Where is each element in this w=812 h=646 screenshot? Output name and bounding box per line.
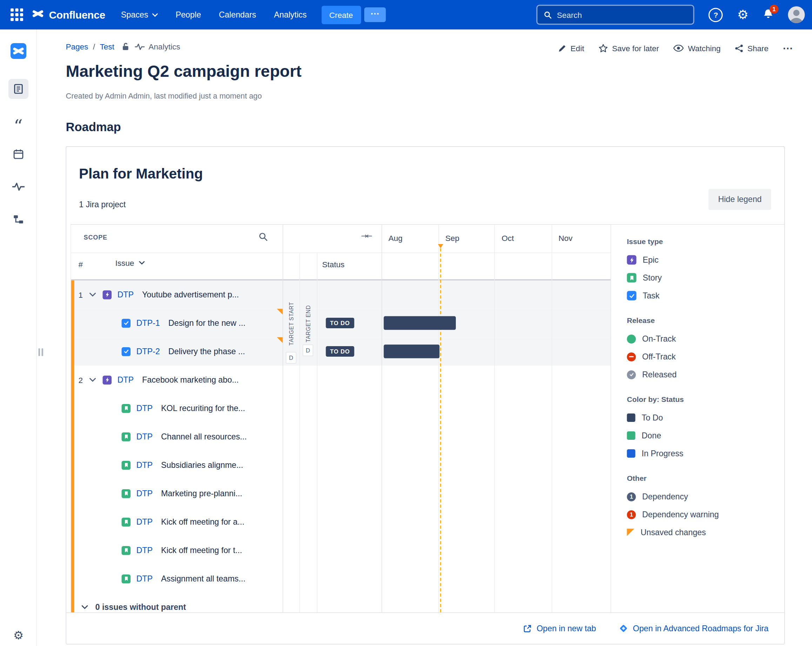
off-track-icon (627, 352, 636, 361)
issue-summary: KOL recuriting for the... (161, 404, 245, 413)
app-switcher-icon[interactable] (11, 8, 23, 21)
month-grid-line (552, 225, 553, 612)
save-for-later-button[interactable]: Save for later (598, 44, 659, 53)
search-input[interactable] (557, 10, 687, 19)
open-in-new-tab-link[interactable]: Open in new tab (524, 623, 596, 633)
table-row-story[interactable]: DTP Subsidiaries alignme... (71, 451, 611, 479)
edit-label: Edit (571, 44, 584, 53)
issue-key-link[interactable]: DTP (118, 375, 134, 385)
table-row-task-dtp2[interactable]: DTP-2 Delivery the phase ... TO DO (71, 337, 611, 366)
issue-header-label: Issue (116, 259, 134, 268)
legend-label: To Do (642, 413, 663, 423)
create-more-button[interactable]: ⋯ (364, 8, 386, 22)
hide-legend-button[interactable]: Hide legend (708, 189, 771, 210)
table-row-story[interactable]: DTP Channel all resources... (71, 423, 611, 451)
collapse-columns-icon[interactable]: →← (361, 232, 371, 240)
gantt-bar-dtp2[interactable] (384, 345, 440, 358)
breadcrumb-pages[interactable]: Pages (66, 42, 89, 51)
issues-without-parent-toggle[interactable]: 0 issues without parent (71, 593, 611, 612)
legend-label: Released (642, 370, 676, 379)
table-row-epic-2[interactable]: 2 DTP Facebook marketing abo... (71, 366, 611, 394)
open-in-advanced-roadmaps-link[interactable]: Open in Advanced Roadmaps for Jira (619, 623, 768, 633)
user-avatar[interactable] (788, 6, 805, 23)
jira-logo-icon (619, 624, 629, 633)
issue-key-link[interactable]: DTP (118, 290, 134, 300)
roadmap-embed-card: Plan for Marketing 1 Jira project Hide l… (66, 146, 785, 644)
target-start-abbrev[interactable]: D (286, 352, 296, 364)
nav-item-calendars[interactable]: Calendars (219, 10, 256, 20)
status-column-header: Status (322, 260, 345, 269)
help-button[interactable]: ? (709, 8, 723, 22)
nav-item-analytics[interactable]: Analytics (274, 10, 307, 20)
table-row-story[interactable]: DTP Assignment all teams... (71, 565, 611, 593)
pencil-icon (558, 44, 566, 52)
issue-summary: Design for the new ... (168, 318, 246, 328)
unlock-icon[interactable] (121, 42, 130, 51)
top-navigation-bar: Confluence Spaces People Calendars Analy… (0, 0, 812, 29)
issue-column-header[interactable]: Issue (116, 259, 145, 268)
waveform-icon (135, 43, 145, 50)
quote-icon: “ (14, 123, 23, 128)
legend-title: Release (627, 316, 780, 325)
settings-gear-icon[interactable]: ⚙ (737, 8, 748, 21)
nav-item-spaces[interactable]: Spaces (121, 10, 158, 20)
table-row-task-dtp1[interactable]: DTP-1 Design for the new ... TO DO (71, 309, 611, 337)
breadcrumb-space[interactable]: Test (100, 42, 114, 51)
issue-key-link[interactable]: DTP (136, 460, 153, 470)
unsaved-changes-icon (627, 529, 635, 536)
issue-key-link[interactable]: DTP (136, 432, 153, 442)
table-row-story[interactable]: DTP Marketing pre-planni... (71, 479, 611, 508)
chevron-down-icon[interactable] (90, 293, 99, 297)
chevron-down-icon[interactable] (90, 378, 99, 382)
global-search[interactable] (537, 5, 694, 25)
unsaved-changes-bar (71, 280, 75, 612)
legend-section-color-by: Color by: Status To Do Done In Progress (627, 395, 780, 463)
table-row-epic-1[interactable]: 1 DTP Youtube advertisement p... (71, 280, 611, 309)
issue-key-link[interactable]: DTP (136, 404, 153, 413)
story-icon (122, 489, 131, 498)
nav-item-people[interactable]: People (176, 10, 201, 20)
target-end-abbrev[interactable]: D (303, 345, 313, 357)
nav-menu: Spaces People Calendars Analytics (121, 10, 307, 20)
issue-key-link[interactable]: DTP-1 (136, 318, 160, 328)
sidebar-item-blog[interactable]: “ (8, 111, 28, 131)
issue-key-link[interactable]: DTP (136, 546, 153, 555)
sidebar-resize-handle[interactable] (38, 348, 44, 357)
space-logo[interactable] (8, 41, 28, 61)
watching-label: Watching (688, 44, 720, 53)
table-row-story[interactable]: DTP Kick off meeting for t... (71, 536, 611, 565)
watching-button[interactable]: Watching (673, 44, 720, 53)
notifications-button[interactable]: 1 (763, 8, 774, 21)
legend-title: Other (627, 474, 780, 483)
unsaved-change-marker (277, 337, 283, 343)
edit-button[interactable]: Edit (558, 44, 584, 53)
sidebar-item-analytics[interactable] (8, 177, 28, 197)
issue-key-link[interactable]: DTP (136, 489, 153, 498)
month-label: Oct (502, 233, 514, 243)
issue-key-link[interactable]: DTP (136, 574, 153, 584)
scope-search-icon[interactable] (259, 232, 268, 244)
target-start-column-collapsed[interactable]: TARGET START (283, 284, 300, 364)
space-settings-gear-icon[interactable]: ⚙ (0, 629, 37, 642)
sidebar-item-calendars[interactable] (8, 144, 28, 164)
breadcrumb-separator: / (93, 42, 95, 51)
issue-key-link[interactable]: DTP (136, 517, 153, 527)
status-badge: TO DO (326, 318, 354, 328)
sidebar-item-pages[interactable] (8, 79, 28, 99)
confluence-logo[interactable]: Confluence (32, 8, 105, 22)
page-more-button[interactable]: ⋯ (783, 42, 794, 54)
gantt-bar-dtp1[interactable] (384, 316, 456, 330)
analytics-label: Analytics (148, 42, 180, 51)
issue-summary: Channel all resources... (161, 432, 247, 442)
issue-key-link[interactable]: DTP-2 (136, 347, 160, 357)
sidebar-item-page-tree[interactable] (8, 209, 28, 229)
application-window: Confluence Spaces People Calendars Analy… (0, 0, 812, 646)
issues-without-parent-label: 0 issues without parent (95, 602, 186, 612)
share-button[interactable]: Share (735, 44, 768, 53)
breadcrumb-analytics[interactable]: Analytics (135, 42, 180, 51)
issue-summary: Subsidiaries alignme... (161, 460, 243, 470)
table-row-story[interactable]: DTP Kick off meeting for a... (71, 508, 611, 536)
create-button[interactable]: Create (321, 6, 361, 24)
chevron-down-icon (82, 605, 91, 609)
table-row-story[interactable]: DTP KOL recuriting for the... (71, 394, 611, 423)
